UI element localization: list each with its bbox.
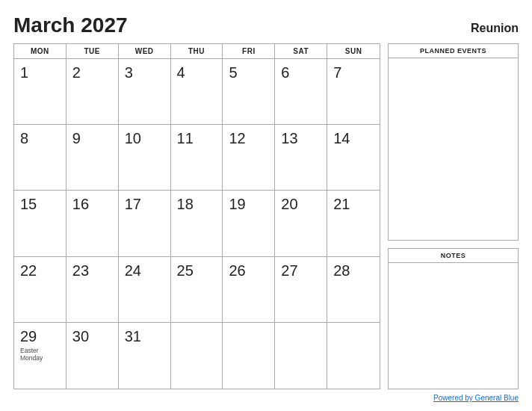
cal-cell: 1	[14, 59, 66, 125]
day-number: 18	[177, 195, 217, 213]
cal-cell: 15	[14, 191, 66, 256]
day-number: 4	[177, 64, 217, 81]
cal-cell: 20	[275, 191, 327, 256]
day-number: 1	[20, 64, 60, 81]
cal-cell: 23	[66, 257, 119, 323]
day-header-sat: SAT	[275, 44, 327, 58]
main-content: MONTUEWEDTHUFRISATSUN 123456789101112131…	[13, 43, 519, 389]
cal-cell: 4	[171, 59, 223, 125]
month-title: March 2027	[13, 13, 128, 37]
cal-cell: 12	[223, 125, 275, 191]
day-number: 31	[125, 327, 164, 345]
day-number: 28	[333, 262, 374, 279]
cal-cell	[275, 323, 327, 389]
day-number: 26	[229, 262, 268, 279]
day-number: 21	[333, 195, 374, 213]
cal-cell: 28	[327, 257, 380, 323]
notes-title: NOTES	[389, 249, 518, 263]
cal-cell: 25	[171, 257, 223, 323]
calendar-grid: 1234567891011121314151617181920212223242…	[14, 59, 380, 389]
day-number: 20	[281, 195, 321, 213]
cal-cell: 13	[275, 125, 327, 191]
cal-cell: 24	[119, 257, 171, 323]
cal-cell	[171, 323, 223, 389]
calendar-section: MONTUEWEDTHUFRISATSUN 123456789101112131…	[13, 43, 380, 389]
region-title: Reunion	[471, 22, 519, 35]
day-header-wed: WED	[119, 44, 171, 58]
cal-cell	[327, 323, 380, 389]
planned-events-title: PLANNED EVENTS	[389, 44, 518, 58]
day-number: 11	[177, 129, 217, 147]
cal-cell: 6	[275, 59, 327, 125]
day-number: 22	[20, 262, 60, 279]
day-number: 16	[72, 195, 112, 213]
planned-events-content	[389, 58, 518, 240]
day-headers: MONTUEWEDTHUFRISATSUN	[14, 44, 380, 59]
day-number: 5	[229, 64, 268, 81]
notes-content	[389, 263, 518, 389]
cal-cell: 19	[223, 191, 275, 256]
cal-cell: 3	[119, 59, 171, 125]
day-number: 19	[229, 195, 268, 213]
cal-cell: 21	[327, 191, 380, 256]
day-number: 29	[20, 327, 60, 345]
cal-cell: 11	[171, 125, 223, 191]
cal-cell: 29Easter Monday	[14, 323, 66, 389]
cal-cell: 26	[223, 257, 275, 323]
notes-box: NOTES	[388, 248, 519, 389]
day-number: 13	[281, 129, 321, 147]
day-number: 6	[281, 64, 321, 81]
cal-cell: 18	[171, 191, 223, 256]
day-number: 30	[72, 327, 112, 345]
cal-cell: 5	[223, 59, 275, 125]
cal-cell: 7	[327, 59, 380, 125]
day-header-mon: MON	[14, 44, 66, 58]
cal-cell: 31	[119, 323, 171, 389]
cal-cell: 10	[119, 125, 171, 191]
day-number: 24	[125, 262, 164, 279]
day-number: 3	[125, 64, 164, 81]
header: March 2027 Reunion	[13, 13, 519, 37]
day-header-thu: THU	[171, 44, 223, 58]
planned-events-box: PLANNED EVENTS	[388, 43, 519, 241]
day-number: 2	[72, 64, 112, 81]
day-number: 15	[20, 195, 60, 213]
cal-cell: 22	[14, 257, 66, 323]
day-number: 25	[177, 262, 217, 279]
day-number: 7	[333, 64, 374, 81]
day-number: 9	[72, 129, 112, 147]
cal-cell	[223, 323, 275, 389]
sidebar: PLANNED EVENTS NOTES	[388, 43, 519, 389]
day-header-sun: SUN	[327, 44, 380, 58]
page: March 2027 Reunion MONTUEWEDTHUFRISATSUN…	[0, 0, 532, 411]
day-number: 27	[281, 262, 321, 279]
event-label: Easter Monday	[20, 347, 60, 362]
day-number: 17	[125, 195, 164, 213]
cal-cell: 8	[14, 125, 66, 191]
cal-cell: 9	[66, 125, 119, 191]
cal-cell: 2	[66, 59, 119, 125]
day-number: 8	[20, 129, 60, 147]
day-number: 23	[72, 262, 112, 279]
cal-cell: 14	[327, 125, 380, 191]
cal-cell: 16	[66, 191, 119, 256]
day-number: 10	[125, 129, 164, 147]
day-header-tue: TUE	[66, 44, 119, 58]
day-number: 12	[229, 129, 268, 147]
day-number: 14	[333, 129, 374, 147]
day-header-fri: FRI	[223, 44, 275, 58]
cal-cell: 17	[119, 191, 171, 256]
cal-cell: 27	[275, 257, 327, 323]
footer: Powered by General Blue	[13, 394, 519, 402]
powered-by-link[interactable]: Powered by General Blue	[433, 394, 519, 402]
cal-cell: 30	[66, 323, 119, 389]
